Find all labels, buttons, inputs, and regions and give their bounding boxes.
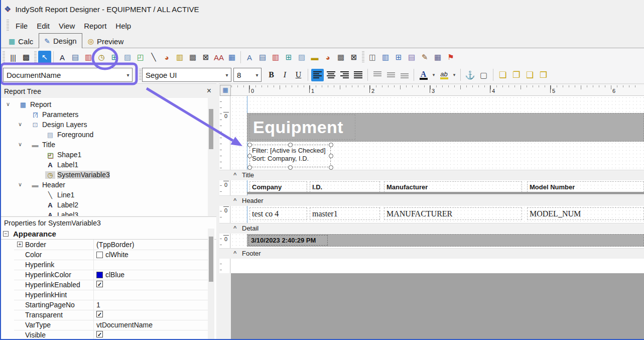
db-richtext-tool-icon[interactable]: ▥ (269, 51, 282, 64)
properties-scrollbar-thumb[interactable] (209, 237, 213, 282)
close-icon[interactable]: × (207, 86, 211, 95)
anchor-button[interactable]: ⚓ (464, 69, 476, 81)
align-justify-button[interactable] (352, 69, 364, 81)
tree-item-parameters[interactable]: [?]Parameters (1, 109, 208, 120)
tree-item-title[interactable]: ∨▬Title (1, 140, 208, 150)
menu-help[interactable]: Help (111, 20, 136, 32)
tree-item-line1[interactable]: ╲Line1 (1, 190, 208, 200)
font-color-button[interactable]: A (417, 69, 430, 81)
column-header-label[interactable]: Manufacturer (384, 181, 522, 192)
column-header-label[interactable]: I.D. (310, 181, 380, 192)
chevron-down-icon[interactable]: ∨ (18, 141, 22, 148)
detail-field-value[interactable]: test co 4 (249, 207, 307, 220)
selection-handle[interactable] (329, 154, 333, 158)
style-combo[interactable]: DocumentName ▾ (3, 68, 133, 82)
selection-handle[interactable] (288, 165, 293, 170)
italic-button[interactable]: I (279, 69, 291, 81)
tree-scrollbar-thumb[interactable] (209, 109, 213, 149)
tab-design[interactable]: ✎Design (39, 33, 82, 48)
chevron-down-icon[interactable]: ▾ (223, 72, 231, 78)
barcode-2d-tool-icon[interactable]: ▩ (20, 51, 33, 64)
chart-tool-icon[interactable]: ◕ (160, 51, 173, 64)
properties-group-appearance[interactable]: − Appearance (0, 229, 216, 240)
checkbox-checked-icon[interactable]: ✓ (96, 331, 103, 337)
select-tool-icon[interactable]: ↖ (38, 51, 51, 64)
font-name-combo[interactable]: Segoe UI ▾ (142, 68, 231, 82)
tree-scrollbar[interactable] (208, 98, 214, 216)
memo-tool-icon[interactable]: ▤ (69, 51, 82, 64)
tree-item-report[interactable]: ∨▦Report (1, 99, 208, 109)
autosize-tool-icon[interactable]: AA (212, 51, 225, 64)
variable-tool-icon[interactable]: ⊞ (108, 51, 121, 64)
highlight-color-dropdown[interactable]: ▾ (451, 69, 457, 81)
systemvariable3-element[interactable]: Filter: [Active is Checked]Sort: Company… (249, 145, 331, 167)
richtext-tool-icon[interactable]: ▥ (82, 51, 95, 64)
send-to-back-button[interactable]: ❐ (510, 69, 523, 81)
title-label[interactable]: Equipment (249, 115, 355, 140)
detail-field-value[interactable]: MODEL_NUM (527, 207, 644, 220)
pagestyle-tool-icon[interactable]: ▤ (405, 51, 418, 64)
align-left-button[interactable] (311, 69, 324, 81)
bold-button[interactable]: B (265, 69, 278, 81)
move-forward-button[interactable]: ❑ (524, 69, 536, 81)
gridlines-tool-icon[interactable]: ▦ (431, 51, 444, 64)
property-row-visible[interactable]: Visible✓ (14, 330, 208, 340)
db-barcode-tool-icon[interactable]: ▬ (308, 51, 321, 64)
tree-item-label2[interactable]: ALabel2 (1, 200, 208, 210)
map-tool-icon[interactable]: ⚑ (444, 51, 457, 64)
column-header-label[interactable]: Company (249, 181, 307, 192)
footer-bar[interactable]: 3/10/2023 2:40:29 PM (247, 234, 644, 247)
property-row-transparent[interactable]: Transparent✓ (14, 310, 208, 320)
selection-handle[interactable] (247, 165, 252, 170)
collapse-band-icon[interactable]: ^ (233, 250, 236, 256)
db-label-tool-icon[interactable]: A (243, 51, 256, 64)
collapse-band-icon[interactable]: ^ (233, 172, 236, 178)
barcode-tool-icon[interactable]: ||| (7, 51, 20, 64)
checkbox-checked-icon[interactable]: ✓ (96, 281, 103, 287)
align-center-button[interactable] (325, 69, 337, 81)
chevron-down-icon[interactable]: ∨ (18, 181, 22, 188)
line-tool-icon[interactable]: ╲ (147, 51, 160, 64)
property-row-color[interactable]: ColorclWhite (14, 250, 208, 260)
tree-item-foreground[interactable]: ▤Foreground (1, 130, 208, 140)
label-tool-icon[interactable]: A (56, 51, 69, 64)
db-checkbox-tool-icon[interactable]: ⊠ (347, 51, 360, 64)
shape-tool-icon[interactable]: ◰ (134, 51, 147, 64)
property-row-hyperlinkcolor[interactable]: HyperlinkColorclBlue (14, 270, 208, 280)
underline-button[interactable]: U (292, 69, 305, 81)
highlight-color-button[interactable]: ab (438, 69, 450, 81)
font-color-dropdown[interactable]: ▾ (431, 69, 437, 81)
selection-handle[interactable] (329, 165, 333, 170)
detail-field-value[interactable]: master1 (310, 207, 380, 220)
properties-scrollbar[interactable] (208, 229, 214, 339)
expand-icon[interactable]: + (17, 242, 23, 247)
tab-calc[interactable]: ▦Calc (3, 34, 39, 48)
subreport-tool-icon[interactable]: ▥ (379, 51, 392, 64)
print-datetime-label[interactable]: 3/10/2023 2:40:29 PM (248, 235, 328, 246)
tree-item-label1[interactable]: ALabel1 (1, 160, 208, 170)
chevron-down-icon[interactable]: ▾ (253, 72, 261, 78)
menu-file[interactable]: File (11, 20, 32, 32)
checkbox-tool-icon[interactable]: ⊠ (199, 51, 212, 64)
tree-item-label3[interactable]: ALabel3 (1, 210, 208, 216)
detail-field-value[interactable]: MANUFACTURER (384, 207, 522, 220)
checkbox-checked-icon[interactable]: ✓ (96, 311, 103, 317)
selection-handle[interactable] (247, 154, 252, 158)
crosstab-tool-icon[interactable]: ⊞ (392, 51, 405, 64)
border-button[interactable]: ▢ (477, 69, 490, 81)
collapse-band-icon[interactable]: ^ (233, 225, 236, 231)
tree-item-systemvariable3[interactable]: ◷SystemVariable3 (1, 170, 208, 180)
align-right-button[interactable] (338, 69, 351, 81)
db-image-tool-icon[interactable]: ▨ (295, 51, 308, 64)
line1-element[interactable] (247, 192, 644, 194)
db-memo-tool-icon[interactable]: ▤ (256, 51, 269, 64)
bring-to-front-button[interactable]: ❏ (496, 69, 509, 81)
valign-bottom-button[interactable] (398, 69, 411, 81)
system-variable-tool-icon[interactable]: ◷ (95, 51, 108, 64)
selection-handle[interactable] (247, 143, 252, 147)
move-backward-button[interactable]: ❒ (537, 69, 550, 81)
collapse-band-icon[interactable]: ^ (233, 197, 236, 203)
property-row-vartype[interactable]: VarTypevtDocumentName (14, 320, 208, 330)
stylebrush-tool-icon[interactable]: ✎ (418, 51, 431, 64)
menu-edit[interactable]: Edit (32, 20, 54, 32)
